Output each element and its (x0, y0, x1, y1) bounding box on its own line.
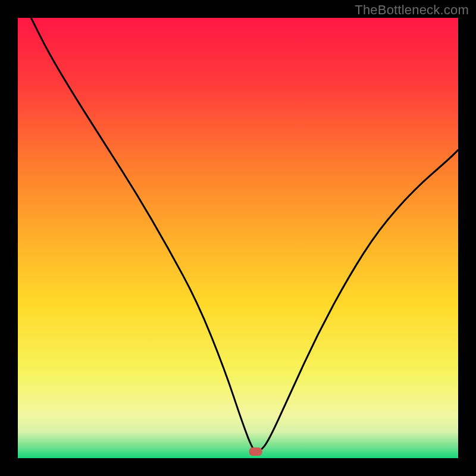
bottleneck-chart (18, 18, 458, 458)
chart-frame: TheBottleneck.com (0, 0, 476, 476)
optimum-marker (249, 447, 262, 456)
plot-background (18, 18, 458, 458)
watermark-text: TheBottleneck.com (355, 2, 469, 18)
